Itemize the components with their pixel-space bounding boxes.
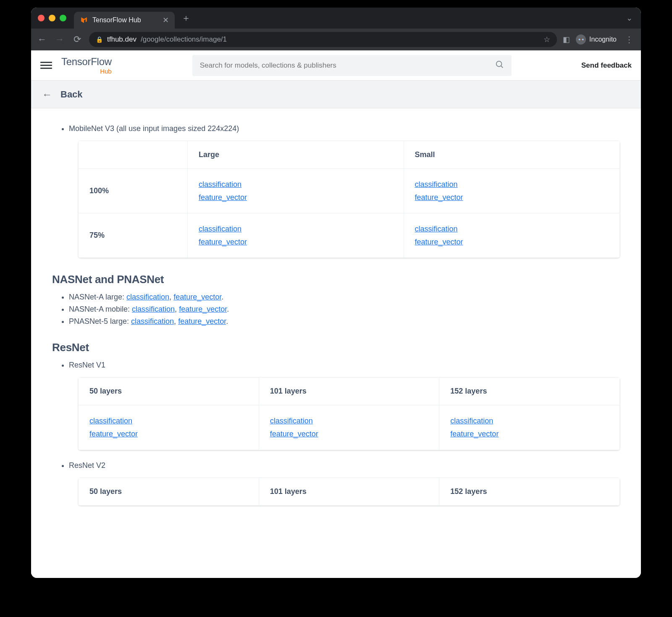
model-link[interactable]: classification (415, 223, 609, 236)
brand-primary: TensorFlow (61, 57, 112, 67)
tab-favicon-icon (80, 16, 88, 24)
menu-button[interactable] (40, 60, 52, 71)
nav-reload-button[interactable]: ⟳ (71, 34, 83, 45)
cell: classification feature_vector (188, 213, 404, 258)
list-item: PNASNet-5 large: classification, feature… (69, 317, 620, 326)
nav-back-button[interactable]: ← (36, 34, 48, 45)
new-tab-button[interactable]: ＋ (181, 12, 191, 24)
list-item: ResNet V2 50 layers 101 layers 152 layer… (69, 461, 620, 506)
url-path: /google/collections/image/1 (141, 35, 227, 44)
window-minimize-icon[interactable] (49, 15, 55, 21)
tab-title: TensorFlow Hub (92, 16, 141, 24)
extensions-icon[interactable]: ◧ (563, 35, 570, 44)
model-link[interactable]: classification (199, 223, 393, 236)
back-arrow-icon[interactable]: ← (42, 89, 52, 100)
brand-logo[interactable]: TensorFlow Hub (61, 57, 112, 74)
resnet-v1-table: 50 layers 101 layers 152 layers classifi… (78, 377, 620, 450)
col-header: 50 layers (79, 478, 259, 505)
col-header: 101 layers (259, 478, 439, 505)
model-link[interactable]: feature_vector (199, 191, 393, 204)
model-link[interactable]: feature_vector (178, 317, 226, 326)
window-controls (38, 15, 66, 21)
cell: classification feature_vector (439, 405, 620, 450)
model-link[interactable]: feature_vector (270, 428, 428, 441)
table-row: 100% classification feature_vector class… (79, 169, 620, 213)
list-item: NASNet-A mobile: classification, feature… (69, 305, 620, 314)
search-field-wrap[interactable] (192, 55, 512, 76)
lock-icon: 🔒 (96, 36, 103, 43)
cell: classification feature_vector (259, 405, 439, 450)
item-prefix: NASNet-A mobile: (69, 305, 132, 313)
back-label[interactable]: Back (60, 89, 83, 100)
model-link[interactable]: classification (199, 178, 393, 191)
tabs-overflow-icon[interactable]: ⌄ (626, 13, 636, 23)
site-appbar: TensorFlow Hub Send feedback (31, 50, 641, 81)
page-content: MobileNet V3 (all use input images sized… (31, 108, 641, 506)
col-header: Small (404, 141, 620, 169)
model-link[interactable]: feature_vector (415, 236, 609, 249)
incognito-icon: 👓 (576, 34, 586, 45)
incognito-label: Incognito (589, 36, 617, 43)
list-item: ResNet V1 50 layers 101 layers 152 layer… (69, 361, 620, 450)
svg-line-1 (501, 66, 503, 68)
search-input[interactable] (200, 61, 490, 70)
section-heading-resnet: ResNet (52, 341, 620, 354)
page-viewport: TensorFlow Hub Send feedback ← Back Mobi… (31, 50, 641, 578)
col-header: 101 layers (259, 378, 439, 405)
row-header: 100% (79, 169, 188, 213)
mobilenet-table-card: Large Small 100% classification feature_… (78, 141, 620, 258)
browser-menu-button[interactable]: ⋮ (622, 34, 636, 45)
window-zoom-icon[interactable] (60, 15, 66, 21)
model-link[interactable]: classification (89, 415, 248, 428)
row-header: 75% (79, 213, 188, 258)
incognito-indicator[interactable]: 👓 Incognito (576, 34, 617, 45)
send-feedback-link[interactable]: Send feedback (581, 61, 632, 70)
model-link[interactable]: feature_vector (179, 305, 227, 313)
browser-window: TensorFlow Hub ✕ ＋ ⌄ ← → ⟳ 🔒 tfhub.dev/g… (31, 8, 641, 578)
model-link[interactable]: classification (132, 305, 175, 313)
mobilenet-table: Large Small 100% classification feature_… (78, 141, 620, 258)
model-link[interactable]: feature_vector (415, 191, 609, 204)
browser-urlbar: ← → ⟳ 🔒 tfhub.dev/google/collections/ima… (31, 29, 641, 50)
col-header (79, 141, 188, 169)
model-link[interactable]: classification (131, 317, 174, 326)
resnet-v2-bullet: ResNet V2 (69, 461, 105, 470)
cell: classification feature_vector (404, 213, 620, 258)
col-header: 50 layers (79, 378, 259, 405)
model-link[interactable]: feature_vector (173, 293, 221, 301)
mobilenet-bullet: MobileNet V3 (all use input images sized… (69, 124, 239, 133)
bookmark-star-icon[interactable]: ☆ (543, 35, 550, 44)
url-domain: tfhub.dev (107, 35, 136, 44)
browser-tab[interactable]: TensorFlow Hub ✕ (74, 12, 175, 29)
list-item: MobileNet V3 (all use input images sized… (69, 124, 620, 258)
resnet-v2-table: 50 layers 101 layers 152 layers (78, 478, 620, 506)
resnet-v2-card: 50 layers 101 layers 152 layers (78, 478, 620, 506)
back-bar: ← Back (31, 81, 641, 108)
tab-close-icon[interactable]: ✕ (163, 16, 169, 25)
address-bar[interactable]: 🔒 tfhub.dev/google/collections/image/1 ☆ (89, 32, 557, 47)
item-prefix: NASNet-A large: (69, 293, 126, 301)
model-link[interactable]: classification (270, 415, 428, 428)
model-link[interactable]: feature_vector (89, 428, 248, 441)
resnet-v1-bullet: ResNet V1 (69, 361, 105, 369)
list-item: NASNet-A large: classification, feature_… (69, 293, 620, 302)
cell: classification feature_vector (79, 405, 259, 450)
col-header: 152 layers (439, 378, 620, 405)
model-link[interactable]: classification (126, 293, 169, 301)
nav-forward-button[interactable]: → (54, 34, 66, 45)
cell: classification feature_vector (188, 169, 404, 213)
cell: classification feature_vector (404, 169, 620, 213)
model-link[interactable]: classification (415, 178, 609, 191)
col-header: Large (188, 141, 404, 169)
resnet-v1-card: 50 layers 101 layers 152 layers classifi… (78, 377, 620, 450)
model-link[interactable]: feature_vector (199, 236, 393, 249)
window-close-icon[interactable] (38, 15, 45, 21)
browser-tabbar: TensorFlow Hub ✕ ＋ ⌄ (31, 8, 641, 29)
model-link[interactable]: classification (450, 415, 609, 428)
search-icon[interactable] (495, 60, 504, 71)
table-row: 75% classification feature_vector classi… (79, 213, 620, 258)
model-link[interactable]: feature_vector (450, 428, 609, 441)
svg-point-0 (496, 61, 501, 67)
brand-secondary: Hub (100, 68, 112, 74)
table-row: classification feature_vector classifica… (79, 405, 620, 450)
